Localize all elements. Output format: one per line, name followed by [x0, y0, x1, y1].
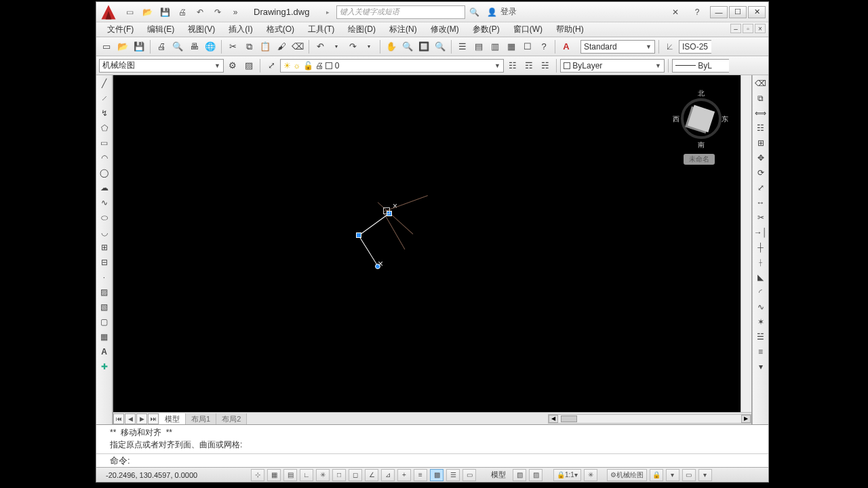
model-space-label[interactable]: 模型	[487, 470, 510, 480]
tab-last-button[interactable]: ⏭	[148, 413, 159, 424]
mtext-icon[interactable]: A	[98, 345, 111, 359]
infer-icon[interactable]: ⊹	[251, 469, 264, 481]
qp-icon[interactable]: ☰	[446, 469, 460, 481]
minimize-button[interactable]: —	[710, 6, 728, 18]
save2-icon[interactable]: 💾	[132, 39, 146, 54]
trim-icon[interactable]: ✂	[754, 211, 768, 224]
menu-draw[interactable]: 绘图(D)	[341, 22, 382, 37]
text-style-combo[interactable]: Standard▼	[580, 40, 655, 54]
tab-prev-button[interactable]: ◀	[125, 413, 136, 424]
hatch-icon[interactable]: ▨	[98, 285, 111, 299]
revcloud-icon[interactable]: ☁	[98, 181, 111, 195]
app-logo-icon[interactable]	[96, 2, 121, 22]
command-input[interactable]: 命令:	[96, 453, 768, 467]
osnap-icon[interactable]: □	[332, 469, 346, 481]
undo-icon[interactable]: ↶	[192, 5, 208, 19]
redo-drop-icon[interactable]: ▾	[361, 39, 376, 54]
table-icon[interactable]: ▦	[98, 330, 111, 344]
osnap3d-icon[interactable]: ◻	[349, 469, 362, 481]
annoscale-button[interactable]: 🔒 1:1 ▾	[553, 469, 581, 481]
grid-icon[interactable]: ▤	[283, 469, 297, 481]
new-icon[interactable]: ▭	[121, 5, 138, 19]
blend-icon[interactable]: ∿	[754, 300, 768, 314]
mirror-icon[interactable]: ⟺	[754, 106, 768, 120]
paste-icon[interactable]: 📋	[258, 39, 273, 54]
snap-icon[interactable]: ▦	[267, 469, 281, 481]
point-icon[interactable]: ·	[98, 270, 111, 284]
open-icon[interactable]: 📂	[139, 5, 155, 19]
horizontal-scrollbar[interactable]: ◀▶	[548, 414, 751, 424]
toolbar-lock-icon[interactable]: 🔒	[650, 469, 663, 481]
scale-icon[interactable]: ⤢	[754, 181, 768, 195]
ducs-icon[interactable]: ⊿	[381, 469, 395, 481]
mdi-minimize-button[interactable]: –	[730, 24, 741, 33]
tab-next-button[interactable]: ▶	[136, 413, 147, 424]
layer-filter-combo[interactable]: 机械绘图▼	[99, 59, 224, 73]
make-block-icon[interactable]: ⊟	[98, 256, 111, 269]
otrack-icon[interactable]: ∠	[365, 469, 378, 481]
add-selected-icon[interactable]: ✚	[98, 360, 111, 373]
print-icon[interactable]: 🖨	[174, 5, 191, 19]
tab-first-button[interactable]: ⏮	[113, 413, 124, 424]
viewcube[interactable]: 北 南 西 东 未命名	[674, 83, 728, 158]
ellipse-icon[interactable]: ⬭	[98, 211, 111, 224]
layer-iso-icon[interactable]: ☶	[521, 58, 536, 73]
textstyle-a-icon[interactable]: A	[559, 39, 574, 54]
ellipse-arc-icon[interactable]: ◡	[98, 226, 111, 239]
publish-icon[interactable]: 🖶	[186, 39, 201, 54]
help-icon[interactable]: ?	[689, 5, 705, 19]
grip-mid[interactable]	[356, 232, 361, 238]
menu-edit[interactable]: 编辑(E)	[140, 22, 181, 37]
binoculars-icon[interactable]: 🔍	[466, 5, 482, 19]
login-link[interactable]: 登录	[500, 6, 517, 18]
stretch-icon[interactable]: ↔	[754, 196, 768, 209]
drawing-canvas[interactable]: × × 北 南 西 东 未命名	[113, 75, 741, 412]
search-dropdown-icon[interactable]: ▸	[319, 5, 336, 19]
layer-manager-icon[interactable]: ⚙	[225, 58, 240, 73]
qnew-icon[interactable]: ▭	[99, 39, 114, 54]
isolate-icon[interactable]: ▭	[682, 469, 696, 481]
menu-tools[interactable]: 工具(T)	[301, 22, 341, 37]
prop-icon[interactable]: ☰	[455, 39, 470, 54]
break-icon[interactable]: ┼	[754, 241, 768, 254]
menu-window[interactable]: 窗口(W)	[507, 22, 549, 37]
copy-icon[interactable]: ⧉	[241, 39, 256, 54]
line-icon[interactable]: ╱	[98, 77, 111, 90]
offset-icon[interactable]: ☷	[754, 121, 768, 135]
region-icon[interactable]: ▢	[98, 315, 111, 329]
tpy-icon[interactable]: ▩	[430, 469, 443, 481]
search-input[interactable]: 键入关键字或短语	[336, 5, 465, 19]
hw-accel-icon[interactable]: ▾	[666, 469, 679, 481]
menu-dim[interactable]: 标注(N)	[382, 22, 424, 37]
zoom-prev-icon[interactable]: 🔍	[433, 39, 448, 54]
pan-icon[interactable]: ✋	[384, 39, 399, 54]
redo2-icon[interactable]: ↷	[345, 39, 360, 54]
vertical-scrollbar[interactable]	[741, 75, 751, 412]
layer-pick-icon[interactable]: ⤢	[264, 58, 279, 73]
chamfer-icon[interactable]: ◣	[754, 270, 768, 284]
undo2-icon[interactable]: ↶	[313, 39, 328, 54]
mdi-restore-button[interactable]: ▫	[743, 24, 753, 33]
dim-style-combo[interactable]: ISO-25	[679, 40, 711, 54]
grid2-icon[interactable]: ▧	[513, 469, 526, 481]
cut-icon[interactable]: ✂	[225, 39, 240, 54]
join-icon[interactable]: ⟊	[754, 256, 768, 269]
tab-model[interactable]: 模型	[159, 413, 186, 424]
tool-pal-icon[interactable]: ▥	[488, 39, 502, 54]
polyline-icon[interactable]: ↯	[98, 106, 111, 120]
xline-icon[interactable]: ⟋	[98, 92, 111, 105]
linetype-combo[interactable]: ByL	[672, 59, 729, 73]
grid3-icon[interactable]: ▨	[529, 469, 542, 481]
redo-icon[interactable]: ↷	[210, 5, 226, 19]
plot-icon[interactable]: 🖨	[154, 39, 169, 54]
color-combo[interactable]: ByLayer▼	[560, 59, 665, 73]
array-icon[interactable]: ⊞	[754, 136, 768, 150]
extend-icon[interactable]: →│	[754, 226, 768, 239]
ortho-icon[interactable]: ∟	[300, 469, 313, 481]
rectangle-icon[interactable]: ▭	[98, 136, 111, 150]
sc-icon[interactable]: ▭	[462, 469, 476, 481]
close-button[interactable]: ✕	[748, 6, 766, 18]
circle-icon[interactable]: ◯	[98, 166, 111, 180]
tab-layout2[interactable]: 布局2	[216, 413, 247, 424]
eraser-icon[interactable]: ⌫	[290, 39, 305, 54]
